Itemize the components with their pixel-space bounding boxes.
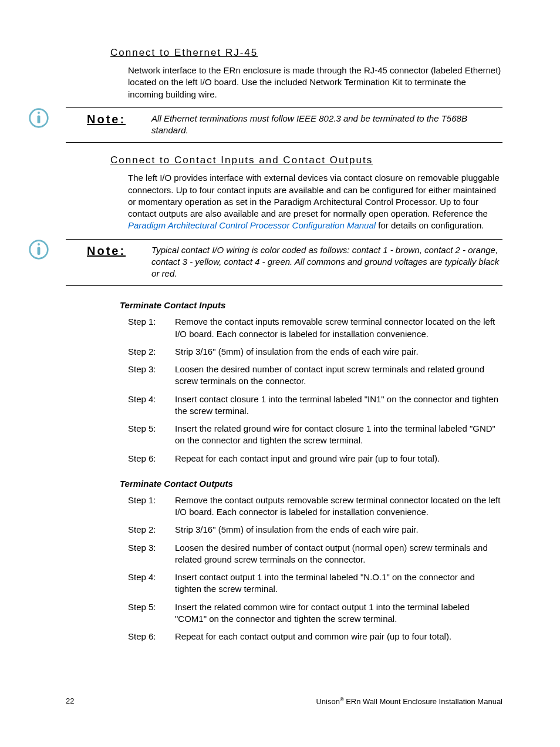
step-body: Insert contact closure 1 into the termin… [175, 393, 502, 418]
page-footer: 22 Unison® ERn Wall Mount Enclosure Inst… [66, 696, 502, 706]
steps-inputs: Step 1:Remove the contact inputs removab… [128, 316, 502, 465]
step-label: Step 2: [128, 524, 175, 536]
step-label: Step 4: [128, 393, 175, 418]
step-body: Repeat for each contact output and commo… [175, 631, 502, 642]
info-icon [28, 107, 49, 131]
step-label: Step 3: [128, 542, 175, 566]
para-contacts-body: The left I/O provides interface with ext… [128, 172, 502, 231]
svg-rect-5 [38, 247, 41, 255]
step-body: Insert the related common wire for conta… [175, 601, 502, 625]
step-label: Step 2: [128, 346, 175, 358]
step-label: Step 5: [128, 423, 175, 447]
step-row: Step 3:Loosen the desired number of cont… [128, 364, 502, 388]
step-label: Step 5: [128, 601, 175, 625]
step-label: Step 1: [128, 316, 175, 340]
step-row: Step 6:Repeat for each contact output an… [128, 631, 502, 642]
note-body-1: All Ethernet terminations must follow IE… [151, 113, 502, 137]
step-body: Loosen the desired number of contact inp… [175, 364, 502, 388]
svg-point-1 [38, 112, 40, 114]
step-label: Step 4: [128, 571, 175, 595]
step-label: Step 6: [128, 453, 175, 465]
contacts-body-after: for details on configuration. [376, 220, 484, 230]
step-row: Step 1:Remove the contact outputs remova… [128, 494, 502, 519]
page-number: 22 [66, 696, 74, 706]
step-label: Step 3: [128, 364, 175, 388]
step-body: Remove the contact inputs removable scre… [175, 316, 502, 340]
note-label: Note: [66, 244, 126, 258]
step-body: Insert contact output 1 into the termina… [175, 571, 502, 595]
step-body: Remove the contact outputs removable scr… [175, 494, 502, 519]
step-label: Step 6: [128, 631, 175, 642]
svg-point-4 [38, 243, 40, 245]
heading-ethernet: Connect to Ethernet RJ-45 [110, 47, 502, 59]
step-row: Step 6:Repeat for each contact input and… [128, 453, 502, 465]
step-row: Step 2:Strip 3/16" (5mm) of insulation f… [128, 346, 502, 358]
step-body: Insert the related ground wire for conta… [175, 423, 502, 447]
step-label: Step 1: [128, 494, 175, 519]
para-ethernet-body: Network interface to the ERn enclosure i… [128, 65, 502, 100]
step-row: Step 5:Insert the related ground wire fo… [128, 423, 502, 447]
note-block-2: Note: Typical contact I/O wiring is colo… [28, 239, 502, 287]
step-row: Step 1:Remove the contact inputs removab… [128, 316, 502, 340]
info-icon [28, 239, 49, 263]
step-row: Step 5:Insert the related common wire fo… [128, 601, 502, 625]
note-body-2: Typical contact I/O wiring is color code… [151, 244, 502, 280]
step-body: Repeat for each contact input and ground… [175, 453, 502, 465]
doc-title-suffix: ERn Wall Mount Enclosure Installation Ma… [344, 697, 502, 706]
subheading-inputs: Terminate Contact Inputs [120, 300, 502, 310]
heading-contacts: Connect to Contact Inputs and Contact Ou… [110, 154, 502, 166]
subheading-outputs: Terminate Contact Outputs [120, 479, 502, 489]
step-row: Step 2:Strip 3/16" (5mm) of insulation f… [128, 524, 502, 536]
contacts-body-before: The left I/O provides interface with ext… [128, 173, 500, 218]
svg-rect-2 [38, 115, 41, 123]
step-row: Step 4:Insert contact output 1 into the … [128, 571, 502, 595]
note-label: Note: [66, 113, 126, 126]
registered-symbol: ® [340, 696, 344, 702]
doc-title: Unison® ERn Wall Mount Enclosure Install… [316, 696, 502, 706]
step-row: Step 3:Loosen the desired number of cont… [128, 542, 502, 566]
steps-outputs: Step 1:Remove the contact outputs remova… [128, 494, 502, 643]
step-row: Step 4:Insert contact closure 1 into the… [128, 393, 502, 418]
doc-title-prefix: Unison [316, 697, 339, 706]
step-body: Strip 3/16" (5mm) of insulation from the… [175, 524, 502, 536]
note-block-1: Note: All Ethernet terminations must fol… [28, 107, 502, 143]
step-body: Strip 3/16" (5mm) of insulation from the… [175, 346, 502, 358]
link-config-manual[interactable]: Paradigm Architectural Control Processor… [128, 220, 376, 230]
step-body: Loosen the desired number of contact out… [175, 542, 502, 566]
